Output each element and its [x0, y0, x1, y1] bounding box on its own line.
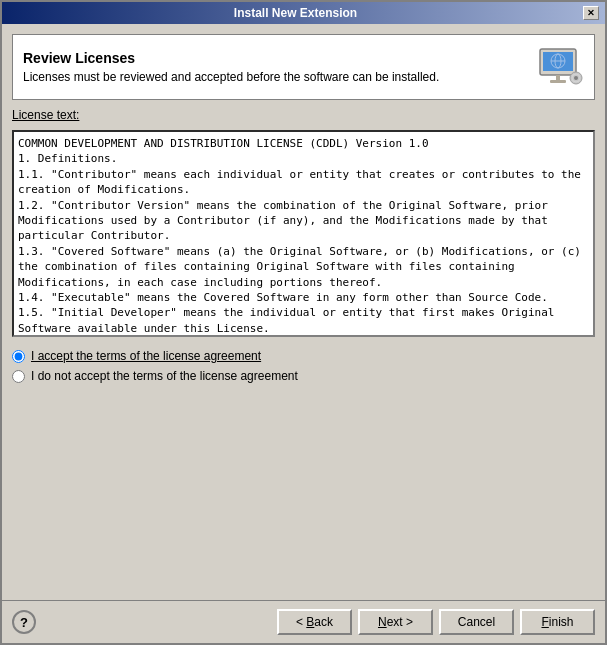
spacer	[12, 395, 595, 590]
finish-button[interactable]: Finish	[520, 609, 595, 635]
close-button[interactable]: ✕	[583, 6, 599, 20]
license-text-content: COMMON DEVELOPMENT AND DISTRIBUTION LICE…	[18, 137, 588, 337]
finish-button-label: Finish	[541, 615, 573, 629]
header-text: Review Licenses Licenses must be reviewe…	[23, 50, 536, 84]
next-button-label: Next >	[378, 615, 413, 629]
help-button[interactable]: ?	[12, 610, 36, 634]
monitor-icon	[536, 43, 584, 91]
license-text-area[interactable]: COMMON DEVELOPMENT AND DISTRIBUTION LICE…	[12, 130, 595, 337]
header-subtitle: Licenses must be reviewed and accepted b…	[23, 70, 536, 84]
decline-radio-item[interactable]: I do not accept the terms of the license…	[12, 369, 595, 383]
back-button[interactable]: < Back	[277, 609, 352, 635]
window-content: Review Licenses Licenses must be reviewe…	[2, 24, 605, 600]
decline-radio[interactable]	[12, 370, 25, 383]
svg-point-8	[574, 76, 578, 80]
accept-radio[interactable]	[12, 350, 25, 363]
cancel-button[interactable]: Cancel	[439, 609, 514, 635]
header-title: Review Licenses	[23, 50, 536, 66]
svg-rect-6	[550, 80, 566, 83]
install-extension-window: Install New Extension ✕ Review Licenses …	[0, 0, 607, 645]
back-button-label: < Back	[296, 615, 333, 629]
radio-group: I accept the terms of the license agreem…	[12, 345, 595, 387]
bottom-bar: ? < Back Next > Cancel Finish	[2, 600, 605, 643]
decline-radio-label: I do not accept the terms of the license…	[31, 369, 298, 383]
license-label: License text:	[12, 108, 595, 122]
accept-radio-item[interactable]: I accept the terms of the license agreem…	[12, 349, 595, 363]
header-section: Review Licenses Licenses must be reviewe…	[12, 34, 595, 100]
window-title: Install New Extension	[8, 6, 583, 20]
next-button[interactable]: Next >	[358, 609, 433, 635]
accept-radio-label: I accept the terms of the license agreem…	[31, 349, 261, 363]
title-bar: Install New Extension ✕	[2, 2, 605, 24]
title-bar-controls: ✕	[583, 6, 599, 20]
